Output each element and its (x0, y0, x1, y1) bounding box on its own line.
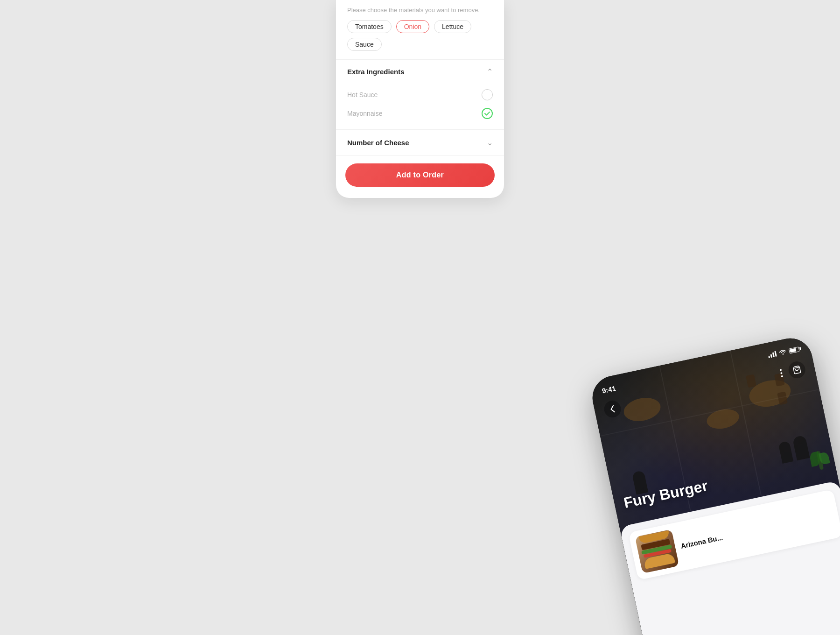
remove-hint: Please choose the materials you want to … (347, 7, 493, 14)
chip-onion[interactable]: Onion (396, 20, 429, 33)
phone-mockup: 9:41 (588, 334, 840, 635)
signal-bars-icon (768, 351, 777, 358)
item-image (635, 529, 679, 573)
ingredient-name-hotsauce: Hot Sauce (347, 91, 378, 99)
extra-ingredients-section: Extra Ingredients ⌃ Hot Sauce Mayonnaise (336, 60, 504, 130)
radio-hotsauce[interactable] (482, 89, 493, 100)
ingredient-row-mayo: Mayonnaise (347, 104, 493, 123)
remove-section: Please choose the materials you want to … (336, 0, 504, 60)
chip-tomatoes[interactable]: Tomatoes (347, 20, 392, 33)
extra-ingredients-title: Extra Ingredients (347, 68, 405, 76)
extra-ingredients-body: Hot Sauce Mayonnaise (336, 84, 504, 129)
wifi-icon (778, 348, 787, 357)
phone-frame: 9:41 (588, 334, 840, 635)
add-to-order-button[interactable]: Add to Order (345, 163, 495, 187)
extra-ingredients-header[interactable]: Extra Ingredients ⌃ (336, 60, 504, 84)
number-of-cheese-header[interactable]: Number of Cheese ⌄ (336, 130, 504, 155)
status-icons (767, 346, 800, 359)
item-title: Arizona Bu... (680, 510, 833, 550)
signal-bar-2 (770, 354, 772, 358)
number-of-cheese-title: Number of Cheese (347, 139, 409, 147)
check-mayo[interactable] (482, 108, 493, 119)
chip-lettuce[interactable]: Lettuce (434, 20, 471, 33)
number-of-cheese-section: Number of Cheese ⌄ (336, 130, 504, 156)
customize-modal: Please choose the materials you want to … (336, 0, 504, 198)
ingredient-chips: Tomatoes Onion Lettuce Sauce (347, 20, 493, 51)
battery-icon (789, 346, 800, 353)
signal-bar-4 (774, 351, 777, 357)
signal-bar-3 (772, 353, 775, 357)
signal-bar-1 (768, 356, 770, 359)
chip-sauce[interactable]: Sauce (347, 38, 382, 51)
chevron-down-icon: ⌄ (487, 138, 493, 147)
ingredient-name-mayo: Mayonnaise (347, 110, 383, 117)
ingredient-row-hotsauce: Hot Sauce (347, 85, 493, 104)
status-time: 9:41 (601, 384, 616, 395)
cart-button[interactable] (787, 360, 807, 380)
svg-line-0 (793, 367, 799, 368)
item-info: Arizona Bu... (680, 510, 833, 551)
chevron-up-icon: ⌃ (487, 67, 493, 76)
